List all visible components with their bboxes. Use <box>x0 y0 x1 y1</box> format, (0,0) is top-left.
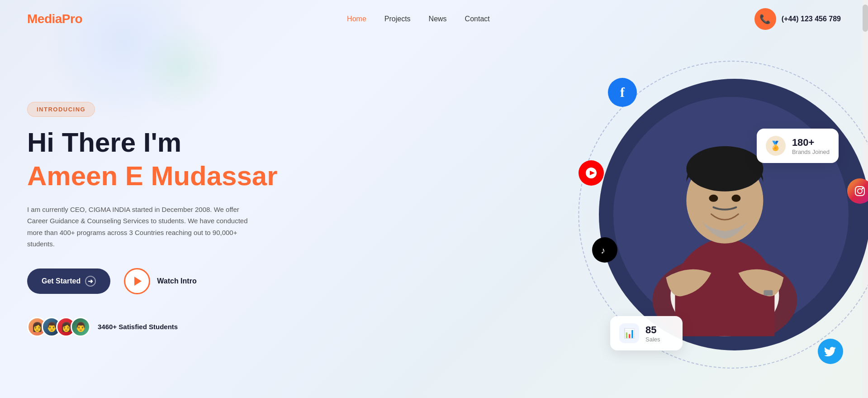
tiktok-icon[interactable]: ♪ <box>592 237 617 263</box>
hero-left: INTRODUCING Hi There I'm Ameen E Mudassa… <box>27 102 344 337</box>
phone-icon: 📞 <box>754 8 776 30</box>
hero-right: f ♪ 🏅 <box>538 38 868 391</box>
phone-number: (+44) 123 456 789 <box>782 15 841 23</box>
watch-intro-button[interactable]: Watch Intro <box>124 268 196 294</box>
play-triangle-icon <box>134 277 142 286</box>
play-button[interactable] <box>124 268 150 294</box>
logo-text-part1: Media <box>27 12 62 26</box>
svg-point-11 <box>858 189 862 193</box>
nav-link-home[interactable]: Home <box>347 15 366 23</box>
introducing-badge: INTRODUCING <box>27 102 95 117</box>
sales-label: Sales <box>645 336 660 343</box>
avatars-group: 👩 👨 👩 👨 <box>27 317 90 337</box>
facebook-icon[interactable]: f <box>608 78 637 107</box>
phone-section: 📞 (+44) 123 456 789 <box>754 8 841 30</box>
svg-point-12 <box>862 187 863 189</box>
nav-item-news[interactable]: News <box>429 15 447 23</box>
sales-card: 📊 85 Sales <box>610 316 683 350</box>
brands-card: 🏅 180+ Brands Joined <box>757 129 839 163</box>
svg-rect-2 <box>764 290 773 296</box>
logo-text-part2: Pro <box>62 12 82 26</box>
students-count: 3460+ Satisfied Students <box>98 323 178 331</box>
sales-card-content: 85 Sales <box>645 324 660 343</box>
watch-intro-label: Watch Intro <box>157 277 196 285</box>
nav-item-projects[interactable]: Projects <box>384 15 411 23</box>
satisfied-students: 👩 👨 👩 👨 3460+ Satisfied Students <box>27 317 344 337</box>
sales-card-icon: 📊 <box>619 323 639 343</box>
hero-description: I am currently CEO, CIGMA INDIA started … <box>27 204 253 250</box>
nav-item-home[interactable]: Home <box>347 15 366 23</box>
twitter-icon[interactable] <box>818 339 843 364</box>
logo[interactable]: MediaPro <box>27 12 82 26</box>
hero-title-line1: Hi There I'm <box>27 128 344 158</box>
hero-section: INTRODUCING Hi There I'm Ameen E Mudassa… <box>0 38 868 391</box>
nav-item-contact[interactable]: Contact <box>465 15 490 23</box>
arrow-icon: ➜ <box>85 276 96 287</box>
hero-name: Ameen E Mudassar <box>27 161 344 191</box>
nav-link-news[interactable]: News <box>429 15 447 23</box>
get-started-label: Get Started <box>42 277 81 285</box>
avatar-4: 👨 <box>71 317 90 337</box>
sales-number: 85 <box>645 324 660 336</box>
nav-link-contact[interactable]: Contact <box>465 15 490 23</box>
nav-link-projects[interactable]: Projects <box>384 15 411 23</box>
brands-label: Brands Joined <box>792 149 830 155</box>
navbar: MediaPro Home Projects News Contact 📞 (+… <box>0 0 868 38</box>
svg-point-5 <box>709 195 718 202</box>
svg-point-6 <box>731 195 740 202</box>
brands-card-content: 180+ Brands Joined <box>792 137 830 155</box>
get-started-button[interactable]: Get Started ➜ <box>27 269 110 294</box>
youtube-icon[interactable] <box>579 160 604 186</box>
person-image <box>616 83 833 336</box>
svg-text:♪: ♪ <box>601 245 605 255</box>
brands-number: 180+ <box>792 137 830 149</box>
hero-buttons: Get Started ➜ Watch Intro <box>27 268 344 294</box>
brands-card-icon: 🏅 <box>766 136 786 156</box>
nav-links: Home Projects News Contact <box>347 15 490 23</box>
